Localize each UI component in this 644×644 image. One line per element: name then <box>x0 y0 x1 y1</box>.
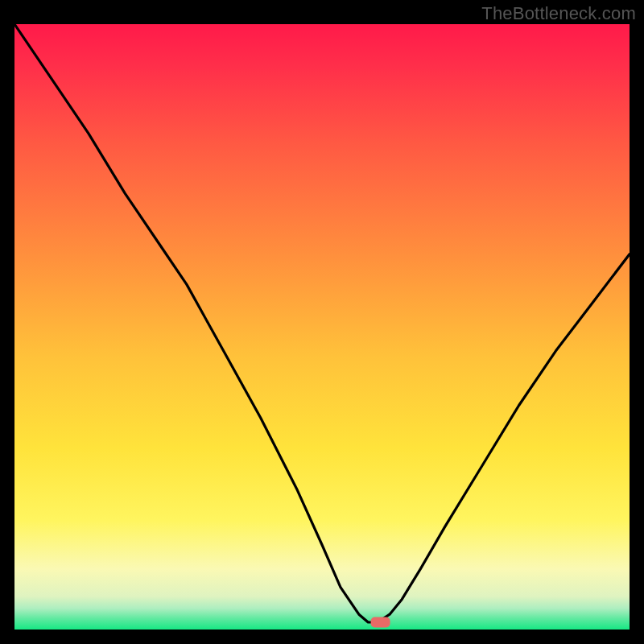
optimal-marker <box>371 617 390 627</box>
chart-svg <box>14 24 630 630</box>
chart-container: TheBottleneck.com <box>0 0 644 644</box>
plot-area <box>14 24 630 630</box>
gradient-background <box>14 24 630 630</box>
attribution-label: TheBottleneck.com <box>481 3 636 24</box>
